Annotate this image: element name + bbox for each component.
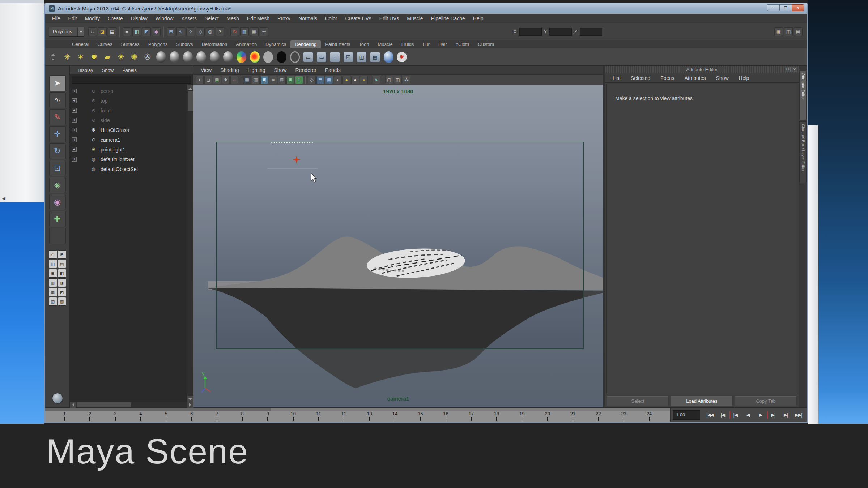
step-back-frame-button[interactable]: |◀ <box>716 410 729 420</box>
shelf-tab-fluids[interactable]: Fluids <box>397 40 418 48</box>
step-forward-frame-button[interactable]: ▶| <box>779 410 792 420</box>
snap-point-icon[interactable]: ⁘ <box>186 27 195 36</box>
step-forward-key-button[interactable]: ▶| <box>767 410 779 420</box>
attribute-editor-titlebar[interactable]: Attribute Editor ❐✕ <box>605 66 799 73</box>
soft-modification-tool[interactable]: ◉ <box>49 194 66 210</box>
expand-icon[interactable]: + <box>72 147 77 152</box>
shelf-tab-subdivs[interactable]: Subdivs <box>172 40 197 48</box>
use-background-icon[interactable] <box>289 51 301 64</box>
area-light-icon[interactable]: ▰ <box>102 51 113 64</box>
batch-render-shelf-icon[interactable]: ▨ <box>369 51 381 64</box>
scroll-left-icon[interactable] <box>70 402 76 408</box>
viewport-menu-view[interactable]: View <box>196 67 216 73</box>
select-component-icon[interactable]: ◩ <box>142 27 151 36</box>
go-to-start-button[interactable]: |◀◀ <box>704 410 716 420</box>
menu-color[interactable]: Color <box>321 16 341 21</box>
expand-icon[interactable]: + <box>72 128 77 132</box>
outliner-item-side[interactable]: +⊙side <box>70 115 187 125</box>
shelf-tab-general[interactable]: General <box>68 40 93 48</box>
title-bar[interactable]: M Autodesk Maya 2013 x64: C:\Users\jens\… <box>45 3 807 14</box>
spot-light-icon[interactable]: ✶ <box>75 51 86 64</box>
show-manipulator-tool[interactable]: ✚ <box>49 211 66 227</box>
quick-help-icon[interactable]: ? <box>216 27 224 36</box>
outliner-item-defaultObjectSet[interactable]: ◍defaultObjectSet <box>70 164 187 174</box>
phong-material-icon[interactable] <box>195 51 207 64</box>
maximize-button[interactable]: ❐ <box>779 4 792 11</box>
shelf-tab-painteffects[interactable]: PaintEffects <box>321 40 354 48</box>
viewport-menu-panels[interactable]: Panels <box>321 67 345 73</box>
outliner-item-persp[interactable]: +⊙persp <box>70 86 187 96</box>
select-object-icon[interactable]: ◧ <box>132 27 141 36</box>
open-scene-icon[interactable]: ◪ <box>98 27 107 36</box>
play-forward-button[interactable]: ▶ <box>754 410 767 420</box>
black-hole-shader-icon[interactable] <box>276 51 287 64</box>
menu-proxy[interactable]: Proxy <box>273 16 294 21</box>
channel-box-tab[interactable]: Channel Box / Layer Editor <box>799 121 807 183</box>
time-slider[interactable]: 123456789101112131415161718192021222324 <box>45 408 670 422</box>
viewport-menu-shading[interactable]: Shading <box>216 67 243 73</box>
wireframe-icon[interactable]: ◇ <box>308 76 316 84</box>
layout-persp-graph[interactable]: ◧ <box>58 269 66 278</box>
expand-icon[interactable]: + <box>72 89 77 93</box>
attribute-editor-tab[interactable]: Attribute Editor <box>799 71 807 120</box>
outliner-item-front[interactable]: +⊙front <box>70 106 187 115</box>
menu-window[interactable]: Window <box>152 16 178 21</box>
scrollbar-thumb[interactable] <box>77 402 131 407</box>
shelf-tab-toon[interactable]: Toon <box>354 40 373 48</box>
field-chart-icon[interactable]: T <box>295 76 303 84</box>
gate-mask-icon[interactable]: ◙ <box>269 76 277 84</box>
scroll-right-icon[interactable] <box>187 402 193 408</box>
snap-grid-icon[interactable]: ⊞ <box>167 27 175 36</box>
point-light-icon[interactable]: ✳ <box>61 51 73 64</box>
outliner-item-top[interactable]: +⊙top <box>70 96 187 106</box>
scale-tool[interactable]: ⊡ <box>49 160 66 176</box>
outliner-menu-panels[interactable]: Panels <box>118 68 141 73</box>
shelf-tab-fur[interactable]: Fur <box>418 40 434 48</box>
lock-camera-icon[interactable]: ◻ <box>204 76 212 84</box>
save-scene-icon[interactable]: ⬓ <box>108 27 116 36</box>
anisotropic-material-icon[interactable] <box>222 51 234 64</box>
outliner-menu-display[interactable]: Display <box>73 68 98 73</box>
image-plane-icon[interactable]: ▤ <box>213 76 221 84</box>
shelf-tab-animation[interactable]: Animation <box>231 40 261 48</box>
paint-effects-icon[interactable]: ✸ <box>396 51 408 64</box>
shelf-tab-polygons[interactable]: Polygons <box>144 40 172 48</box>
share-view-icon[interactable]: ⁂ <box>403 76 410 84</box>
coordinate-input-z[interactable] <box>580 28 602 36</box>
ipr-shelf-icon[interactable]: ⁘ <box>329 51 341 64</box>
render-settings-icon[interactable]: ☰ <box>260 27 268 36</box>
outliner-filter-input[interactable] <box>72 76 191 84</box>
universal-manipulator-tool[interactable]: ◈ <box>49 177 66 193</box>
make-live-icon[interactable]: ◍ <box>206 27 214 36</box>
menu-normals[interactable]: Normals <box>294 16 321 21</box>
expand-icon[interactable]: + <box>72 137 77 142</box>
ae-menu-show[interactable]: Show <box>711 75 734 81</box>
render-layer-shelf-icon[interactable]: ◫ <box>356 51 367 64</box>
resolution-gate-icon[interactable]: ▣ <box>260 76 268 84</box>
step-back-key-button[interactable]: |◀ <box>729 410 742 420</box>
textured-icon[interactable]: ▦ <box>325 76 333 84</box>
hypershade-icon[interactable] <box>383 51 394 64</box>
menu-edit-uvs[interactable]: Edit UVs <box>375 16 403 21</box>
default-light-icon[interactable]: ● <box>351 76 359 84</box>
layout-persp-outliner[interactable]: ◨ <box>58 278 66 287</box>
go-to-end-button[interactable]: ▶▶| <box>792 410 805 420</box>
load-attributes-button[interactable]: Load Attributes <box>671 396 733 406</box>
shelf-tab-rendering[interactable]: Rendering <box>290 40 321 48</box>
ae-close-button[interactable]: ✕ <box>792 67 797 72</box>
lambert-material-icon[interactable] <box>169 51 180 64</box>
outliner-toggle-icon[interactable] <box>52 393 63 404</box>
menu-edit-mesh[interactable]: Edit Mesh <box>243 16 273 21</box>
scroll-up-icon[interactable] <box>187 85 193 90</box>
shelf-tab-hair[interactable]: Hair <box>434 40 451 48</box>
layout-two-stacked[interactable]: ▤ <box>58 260 66 268</box>
menu-edit[interactable]: Edit <box>64 16 81 21</box>
layout-four-view[interactable]: ⊞ <box>58 250 66 259</box>
menu-create-uvs[interactable]: Create UVs <box>341 16 375 21</box>
current-time-field[interactable]: 1.00 <box>673 410 700 420</box>
film-gate-icon[interactable]: ▥ <box>252 76 260 84</box>
snap-curve-icon[interactable]: ∿ <box>176 27 185 36</box>
all-lights-icon[interactable]: ● <box>342 76 350 84</box>
checker-material-icon[interactable] <box>155 51 167 64</box>
select-asset-icon[interactable]: ◆ <box>152 27 161 36</box>
